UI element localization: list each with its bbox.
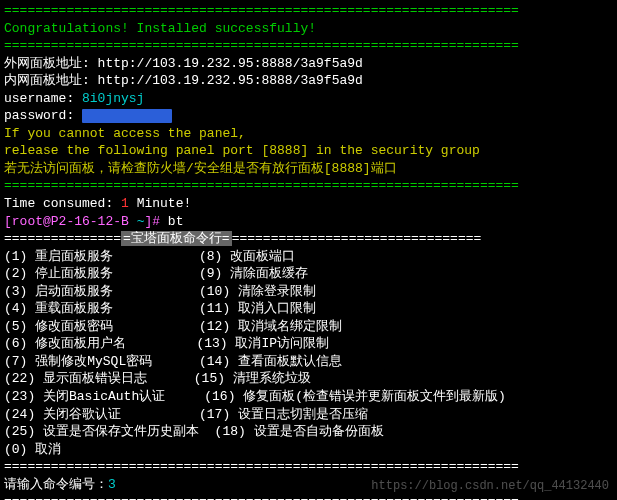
password-line: password: bbox=[4, 107, 613, 125]
watermark: https://blog.csdn.net/qq_44132440 bbox=[371, 478, 609, 494]
external-panel: 外网面板地址: http://103.19.232.95:8888/3a9f5a… bbox=[4, 55, 613, 73]
menu-item: (25) 设置是否保存文件历史副本 (18) 设置是否自动备份面板 bbox=[4, 423, 613, 441]
divider: ========================================… bbox=[4, 458, 613, 476]
menu-item: (3) 启动面板服务 (10) 清除登录限制 bbox=[4, 283, 613, 301]
int-url: http://103.19.232.95:8888/3a9f5a9d bbox=[98, 73, 363, 88]
prompt-cmd: bt bbox=[168, 214, 184, 229]
time-line: Time consumed: 1 Minute! bbox=[4, 195, 613, 213]
divider: ========================================… bbox=[4, 37, 613, 55]
warn1: If you cannot access the panel, bbox=[4, 125, 613, 143]
menu-div-l: =============== bbox=[4, 231, 121, 246]
password-label: password: bbox=[4, 108, 82, 123]
prompt-end: ]# bbox=[144, 214, 167, 229]
username-value: 8i0jnysj bbox=[82, 91, 144, 106]
menu-item: (22) 显示面板错误日志 (15) 清理系统垃圾 bbox=[4, 370, 613, 388]
menu-item: (5) 修改面板密码 (12) 取消域名绑定限制 bbox=[4, 318, 613, 336]
int-label: 内网面板地址: bbox=[4, 73, 98, 88]
divider: ========================================… bbox=[4, 2, 613, 20]
username-label: username: bbox=[4, 91, 82, 106]
time-label: Time consumed: bbox=[4, 196, 121, 211]
warn3: 若无法访问面板，请检查防火墙/安全组是否有放行面板[8888]端口 bbox=[4, 160, 613, 178]
menu-item: (7) 强制修改MySQL密码 (14) 查看面板默认信息 bbox=[4, 353, 613, 371]
username-line: username: 8i0jnysj bbox=[4, 90, 613, 108]
divider: ========================================… bbox=[4, 493, 613, 500]
prompt-user: [root@P2-16-12-B bbox=[4, 214, 137, 229]
shell-prompt[interactable]: [root@P2-16-12-B ~]# bt bbox=[4, 213, 613, 231]
time-value: 1 bbox=[121, 196, 129, 211]
menu-item: (0) 取消 bbox=[4, 441, 613, 459]
congrats: Congratulations! Installed successfully! bbox=[4, 20, 613, 38]
cmd-input-value: 3 bbox=[108, 477, 116, 492]
menu-item: (4) 重载面板服务 (11) 取消入口限制 bbox=[4, 300, 613, 318]
menu-item: (23) 关闭BasicAuth认证 (16) 修复面板(检查错误并更新面板文件… bbox=[4, 388, 613, 406]
menu-item: (2) 停止面板服务 (9) 清除面板缓存 bbox=[4, 265, 613, 283]
menu-div-r: ================================ bbox=[232, 231, 482, 246]
menu-item: (24) 关闭谷歌认证 (17) 设置日志切割是否压缩 bbox=[4, 406, 613, 424]
internal-panel: 内网面板地址: http://103.19.232.95:8888/3a9f5a… bbox=[4, 72, 613, 90]
menu-item: (6) 修改面板用户名 (13) 取消IP访问限制 bbox=[4, 335, 613, 353]
ext-url: http://103.19.232.95:8888/3a9f5a9d bbox=[98, 56, 363, 71]
ext-label: 外网面板地址: bbox=[4, 56, 98, 71]
menu-header: ================宝塔面板命令行=================… bbox=[4, 230, 613, 248]
cmd-input-label: 请输入命令编号： bbox=[4, 477, 108, 492]
password-hidden bbox=[82, 109, 172, 123]
divider: ========================================… bbox=[4, 177, 613, 195]
menu-title: =宝塔面板命令行= bbox=[121, 231, 232, 246]
warn2: release the following panel port [8888] … bbox=[4, 142, 613, 160]
time-unit: Minute! bbox=[129, 196, 191, 211]
menu-item: (1) 重启面板服务 (8) 改面板端口 bbox=[4, 248, 613, 266]
